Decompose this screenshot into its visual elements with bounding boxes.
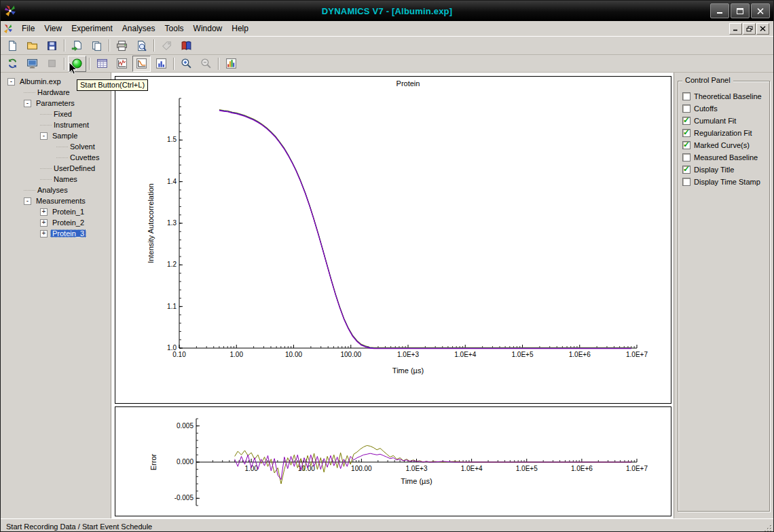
new-experiment-button[interactable] xyxy=(3,37,22,54)
correlation-graph-button[interactable] xyxy=(132,56,151,72)
unchecked-checkbox-icon[interactable] xyxy=(682,178,690,186)
checkbox-label: Measured Baseline xyxy=(694,153,758,162)
expand-icon[interactable]: + xyxy=(40,219,48,227)
tree-item-protein-3[interactable]: +Protein_3 xyxy=(1,228,111,239)
error-plot-svg: 1.0010.00100.001.0E+31.0E+41.0E+51.0E+61… xyxy=(115,407,671,516)
tree-item-parameters[interactable]: -Parameters xyxy=(1,98,111,109)
collapse-icon[interactable]: - xyxy=(40,132,48,140)
tree-item-fixed[interactable]: Fixed xyxy=(1,109,111,119)
tree-item-analyses[interactable]: Analyses xyxy=(1,185,111,195)
status-bar: Start Recording Data / Start Event Sched… xyxy=(1,518,773,532)
tree-connector xyxy=(56,157,68,158)
menu-view[interactable]: View xyxy=(39,22,67,35)
open-experiment-button[interactable] xyxy=(23,37,41,54)
checkbox-theoretical-baseline[interactable]: Theoretical Baseline xyxy=(682,90,767,102)
reset-correlator-button[interactable] xyxy=(3,56,22,72)
collapse-icon[interactable]: - xyxy=(24,100,31,107)
svg-text:Intensity Autocorrelation: Intensity Autocorrelation xyxy=(147,183,155,263)
help-topics-button[interactable] xyxy=(177,37,196,54)
svg-text:0.000: 0.000 xyxy=(177,458,194,466)
tree-item-label: Protein_1 xyxy=(50,208,86,216)
tree-item-measurements[interactable]: -Measurements xyxy=(1,195,111,206)
checkbox-cumulant-fit[interactable]: ✓Cumulant Fit xyxy=(682,115,767,127)
toolbar-separator xyxy=(64,39,65,52)
menu-file[interactable]: File xyxy=(17,22,39,35)
toolbar-separator xyxy=(153,39,155,52)
mdi-close-button[interactable] xyxy=(756,23,769,35)
main-toolbar xyxy=(1,37,773,55)
collapse-icon[interactable]: - xyxy=(24,197,31,205)
checkbox-cutoffs[interactable]: Cutoffs xyxy=(682,102,767,115)
mdi-restore-button[interactable] xyxy=(743,23,756,35)
menu-help[interactable]: Help xyxy=(227,22,253,35)
tree-item-sample[interactable]: -Sample xyxy=(1,130,111,141)
start-recording-button[interactable] xyxy=(68,56,86,72)
tree-item-label: Protein_2 xyxy=(50,218,86,227)
checkbox-regularization-fit[interactable]: ✓Regularization Fit xyxy=(682,127,767,139)
print-button[interactable] xyxy=(113,37,131,54)
menu-window[interactable]: Window xyxy=(189,22,227,35)
tree-item-label: Measurements xyxy=(34,197,88,205)
expand-icon[interactable]: + xyxy=(40,230,48,238)
checked-checkbox-icon[interactable]: ✓ xyxy=(682,129,690,137)
minimize-button[interactable] xyxy=(710,3,729,18)
checked-checkbox-icon[interactable]: ✓ xyxy=(682,117,690,125)
checkbox-label: Cutoffs xyxy=(694,104,718,113)
tree-connector xyxy=(40,179,52,180)
error-chart: 1.0010.00100.001.0E+31.0E+41.0E+51.0E+61… xyxy=(115,406,671,516)
checkbox-marked-curve-s[interactable]: ✓Marked Curve(s) xyxy=(682,139,767,151)
y-axis-ticks: 1.01.11.21.31.41.5 xyxy=(167,98,183,352)
maximize-button[interactable] xyxy=(731,3,750,18)
tree-item-protein-1[interactable]: +Protein_1 xyxy=(1,206,111,217)
copy-icon xyxy=(91,40,103,52)
expand-icon[interactable]: + xyxy=(40,208,48,216)
chart-labels: ProteinTime (µs)Intensity Autocorrelatio… xyxy=(147,79,424,375)
monitor-icon xyxy=(26,58,38,69)
caption-buttons xyxy=(710,3,770,18)
mdi-close-icon xyxy=(760,26,766,31)
menu-tools[interactable]: Tools xyxy=(160,22,189,35)
instrument-display-button[interactable] xyxy=(23,56,41,72)
close-button[interactable] xyxy=(751,3,770,18)
checkbox-display-time-stamp[interactable]: Display Time Stamp xyxy=(682,176,767,188)
copy-button[interactable] xyxy=(88,37,106,54)
svg-text:1.0E+6: 1.0E+6 xyxy=(569,351,591,358)
checkbox-display-title[interactable]: ✓Display Title xyxy=(682,164,767,176)
svg-text:1.0E+5: 1.0E+5 xyxy=(516,465,538,472)
print-preview-button[interactable] xyxy=(132,37,151,54)
export-data-button[interactable] xyxy=(68,37,86,54)
unchecked-checkbox-icon[interactable] xyxy=(682,92,690,100)
svg-text:1.1: 1.1 xyxy=(167,303,177,310)
zoomout-icon xyxy=(200,58,212,69)
unchecked-checkbox-icon[interactable] xyxy=(682,104,690,113)
menu-experiment[interactable]: Experiment xyxy=(67,22,117,35)
tooltip: Start Button(Ctrl+L) xyxy=(77,79,148,91)
datalog-grid-button[interactable] xyxy=(93,56,111,72)
tree-item-solvent[interactable]: Solvent xyxy=(1,141,111,152)
tree-item-instrument[interactable]: Instrument xyxy=(1,119,111,130)
tree-item-label: Protein_3 xyxy=(50,229,86,238)
tree-item-label: Fixed xyxy=(52,110,74,118)
checked-checkbox-icon[interactable]: ✓ xyxy=(682,166,690,174)
mdi-minimize-button[interactable] xyxy=(729,23,742,35)
checked-checkbox-icon[interactable]: ✓ xyxy=(682,141,690,149)
checkbox-label: Marked Curve(s) xyxy=(694,141,750,149)
tree-item-cuvettes[interactable]: Cuvettes xyxy=(1,152,111,163)
checkbox-measured-baseline[interactable]: Measured Baseline xyxy=(682,151,767,164)
resize-grip[interactable] xyxy=(763,524,773,532)
histogram-graph-button[interactable] xyxy=(152,56,170,72)
tree-item-names[interactable]: Names xyxy=(1,174,111,185)
tree-item-protein-2[interactable]: +Protein_2 xyxy=(1,217,111,228)
collapse-icon[interactable]: - xyxy=(7,78,15,86)
mdi-buttons xyxy=(729,23,771,35)
intensity-trace-button[interactable] xyxy=(113,56,131,72)
menu-analyses[interactable]: Analyses xyxy=(117,22,160,35)
size-distribution-button[interactable] xyxy=(222,56,240,72)
zoom-in-button[interactable] xyxy=(177,56,196,72)
svg-text:0.10: 0.10 xyxy=(172,351,186,358)
save-experiment-button[interactable] xyxy=(43,37,61,54)
tree-item-userdefined[interactable]: UserDefined xyxy=(1,163,111,174)
toolbar-separator xyxy=(89,58,90,70)
unchecked-checkbox-icon[interactable] xyxy=(682,153,690,162)
tree-item-label: Parameters xyxy=(34,99,77,107)
